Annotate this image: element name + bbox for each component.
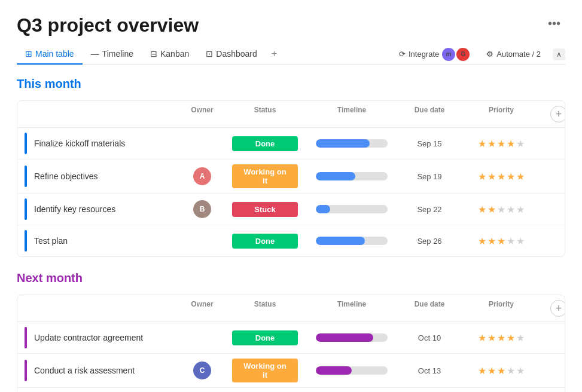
section-bar [25, 198, 27, 220]
tab-dashboard[interactable]: ⊡ Dashboard [197, 44, 266, 65]
due-date-cell: Sep 15 [400, 134, 459, 153]
star-1: ★ [478, 235, 486, 247]
task-label: Conduct a risk assessment [34, 366, 135, 375]
star-2: ★ [487, 365, 496, 376]
section-bar [25, 327, 27, 348]
timeline-fill [316, 205, 330, 213]
automate-button[interactable]: ⚙ Automate / 2 [482, 47, 546, 61]
status-badge[interactable]: Done [232, 136, 298, 151]
due-date-cell: Oct 13 [400, 362, 459, 380]
star-4: ★ [507, 204, 515, 215]
timeline-fill [316, 237, 365, 245]
avatar: B [193, 200, 211, 218]
add-column-button-this-month[interactable]: + [550, 106, 565, 122]
stars: ★ ★ ★ ★ ★ [478, 235, 525, 247]
owner-cell: D [178, 390, 226, 392]
status-badge[interactable]: Done [232, 234, 298, 249]
stars: ★ ★ ★ ★ ★ [478, 138, 525, 149]
owner-cell: A [178, 163, 226, 190]
task-label: Refine objectives [34, 172, 98, 181]
star-1: ★ [478, 171, 486, 182]
timeline-fill [316, 172, 355, 180]
timeline-bar [316, 237, 388, 245]
priority-cell: ★ ★ ★ ★ ★ [459, 133, 543, 154]
status-badge[interactable]: Done [232, 330, 298, 345]
tab-main-table-label: Main table [35, 49, 74, 59]
section-bar [25, 230, 27, 252]
status-cell[interactable]: Done [226, 229, 304, 253]
timeline-bar [316, 366, 388, 375]
dashboard-icon: ⊡ [206, 49, 213, 59]
star-5: ★ [516, 235, 525, 247]
col-status: Status [226, 295, 304, 321]
timeline-cell [304, 362, 400, 379]
tab-timeline-label: Timeline [102, 49, 133, 59]
row-actions [543, 236, 565, 246]
star-5: ★ [516, 365, 525, 376]
tab-main-table[interactable]: ⊞ Main table [17, 44, 83, 65]
task-label: Update contractor agreement [34, 333, 143, 342]
star-5: ★ [516, 138, 525, 149]
collapse-button[interactable]: ∧ [553, 48, 565, 60]
star-3: ★ [497, 365, 505, 376]
star-1: ★ [478, 138, 486, 149]
avatar-1: m [442, 48, 455, 61]
task-label: Identify key resources [34, 204, 115, 214]
tab-right: ⟳ Integrate m G ⚙ Automate / 2 ∧ [394, 45, 565, 63]
star-2: ★ [487, 235, 496, 247]
status-cell[interactable]: Working on it [226, 160, 304, 193]
priority-cell: ★ ★ ★ ★ ★ [459, 231, 543, 252]
col-owner: Owner [178, 295, 226, 321]
timeline-fill [316, 333, 373, 342]
status-cell[interactable]: Done [226, 326, 304, 350]
next-month-table-header: Owner Status Timeline Due date Priority … [17, 295, 565, 322]
integrate-icon: ⟳ [399, 50, 406, 59]
status-cell[interactable]: Stuck [226, 197, 304, 222]
integrate-button[interactable]: ⟳ Integrate m G [394, 45, 474, 63]
timeline-cell [304, 167, 400, 185]
due-date-cell: Oct 10 [400, 329, 459, 347]
avatar: A [193, 167, 211, 185]
tab-add-button[interactable]: + [266, 44, 283, 65]
timeline-cell [304, 134, 400, 152]
more-options-button[interactable]: ••• [543, 14, 565, 33]
status-badge[interactable]: Stuck [232, 202, 298, 217]
task-name: Update contractor agreement [17, 322, 178, 353]
task-name: Test plan [17, 225, 178, 256]
star-4: ★ [507, 171, 515, 182]
this-month-table: Owner Status Timeline Due date Priority … [17, 100, 565, 257]
section-this-month: This month Owner Status Timeline Due dat… [17, 77, 565, 257]
automate-label: Automate / 2 [496, 50, 541, 59]
tab-timeline[interactable]: — Timeline [83, 44, 142, 65]
next-month-title: Next month [17, 271, 83, 285]
section-next-month: Next month Owner Status Timeline Due dat… [17, 271, 565, 392]
tab-kanban-label: Kanban [160, 49, 189, 59]
status-badge[interactable]: Working on it [232, 164, 298, 188]
star-5: ★ [516, 332, 525, 344]
add-col-next-month[interactable]: + [543, 295, 565, 321]
add-column-button-next-month[interactable]: + [550, 300, 565, 317]
status-cell[interactable]: Working on it [226, 354, 304, 387]
status-badge[interactable]: Working on it [232, 359, 298, 382]
table-row: Monitor budget D Stuck Oct 19 ★ [17, 388, 565, 392]
row-actions [543, 139, 565, 148]
table-row: Identify key resources B Stuck Sep 22 ★ [17, 194, 565, 225]
task-label: Finalize kickoff materials [34, 139, 125, 148]
page-title: Q3 project overview [17, 14, 199, 36]
star-1: ★ [478, 204, 486, 215]
star-4: ★ [507, 365, 515, 376]
table-row: Update contractor agreement Done Oct 10 … [17, 322, 565, 354]
tab-left: ⊞ Main table — Timeline ⊟ Kanban ⊡ Dashb… [17, 44, 394, 65]
owner-cell [178, 333, 226, 342]
avatar-2: G [456, 48, 470, 61]
this-month-table-header: Owner Status Timeline Due date Priority … [17, 101, 565, 128]
table-row: Test plan Done Sep 26 ★ ★ ★ [17, 225, 565, 256]
col-status: Status [226, 101, 304, 127]
tab-kanban[interactable]: ⊟ Kanban [142, 44, 197, 65]
add-col-this-month[interactable]: + [543, 101, 565, 127]
page-header: Q3 project overview ••• [17, 14, 565, 36]
status-cell[interactable]: Done [226, 131, 304, 156]
timeline-cell [304, 329, 400, 347]
task-label: Test plan [34, 236, 68, 246]
col-task [17, 101, 178, 127]
